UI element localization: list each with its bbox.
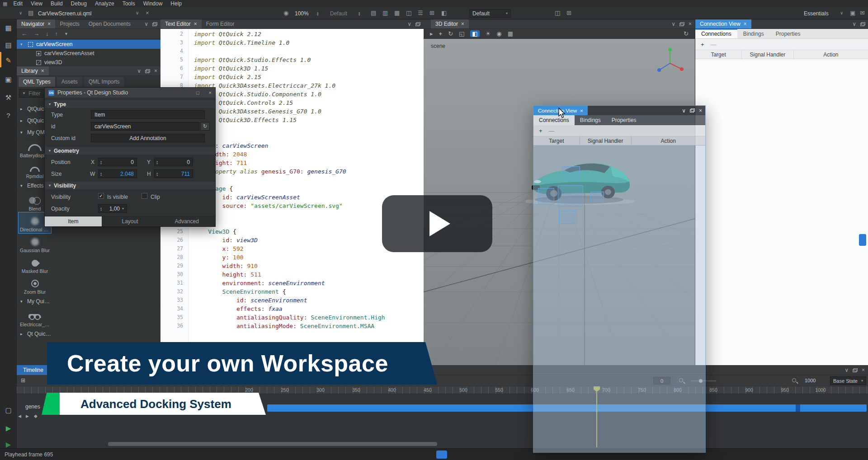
grid-toggle-icon[interactable]: ▦ [508, 30, 513, 37]
scale-tool-icon[interactable]: ◱ [459, 30, 464, 37]
edit-mode-icon[interactable]: ▤ [0, 41, 17, 49]
close-icon[interactable]: × [580, 108, 583, 113]
library-item-gaussian-blur[interactable]: Gaussian Blur [19, 233, 51, 254]
menu-debug[interactable]: Debug [67, 0, 91, 7]
connection-table-body[interactable] [695, 59, 868, 365]
tab-assets[interactable]: Assets [57, 77, 82, 87]
select-tool-icon[interactable]: ▸ [430, 30, 433, 37]
menu-view[interactable]: View [27, 0, 47, 7]
code-line-35[interactable]: 35 antialiasingQuality: SceneEnvironment… [160, 313, 424, 322]
code-line-36[interactable]: 36 antialiasingMode: SceneEnvironment.MS… [160, 322, 424, 330]
menu-build[interactable]: Build [47, 0, 67, 7]
library-item-masked-blur[interactable]: Masked Blur [19, 254, 51, 275]
collapsed-dock-indicator[interactable] [859, 234, 866, 246]
properties-titlebar[interactable]: DS Properties - Qt Design Studio □ × [45, 88, 215, 98]
undock-icon[interactable] [860, 22, 865, 26]
half-view-icon[interactable]: ◧ [441, 10, 447, 16]
close-icon[interactable]: × [154, 68, 157, 74]
code-line-6[interactable]: 6import QtQuick3D 1.15 [160, 64, 424, 73]
state-select[interactable]: Base State▾ [830, 376, 866, 385]
code-line-3[interactable]: 3import QtQuick.Timeline 1.0 [160, 38, 424, 47]
light-toggle-icon[interactable]: ☀ [486, 30, 491, 37]
section-visibility[interactable]: ▾Visibility [45, 182, 215, 189]
navigator-item-carViewScreen[interactable]: ▾carViewScreen [17, 40, 160, 49]
open-document-tab[interactable]: CarViewScreen.ui.qml [38, 10, 92, 17]
undock-icon[interactable] [145, 69, 150, 73]
tab-qml-types[interactable]: QML Types [19, 77, 55, 87]
axis-gizmo[interactable] [656, 47, 685, 76]
share-icon[interactable]: ▣ [850, 10, 855, 16]
chevron-down-icon[interactable]: ∨ [852, 21, 856, 27]
remove-connection-icon[interactable]: — [711, 41, 717, 48]
close-icon[interactable]: × [689, 21, 692, 27]
chevron-down-icon[interactable]: ∨ [144, 21, 148, 27]
menu-tools[interactable]: Tools [118, 0, 139, 7]
mode-chevron-icon[interactable]: ∨ [840, 10, 843, 16]
section-type[interactable]: ▾Type [45, 100, 215, 108]
help-icon[interactable]: ? [0, 112, 17, 119]
column-action[interactable]: Action [632, 136, 705, 145]
code-line-2[interactable]: 2import QtQuick 2.12 [160, 30, 424, 38]
dock-drop-indicator[interactable] [436, 451, 447, 459]
track-prev-keyframe-icon[interactable]: ◀ [18, 414, 21, 418]
add-connection-icon[interactable]: + [701, 41, 704, 48]
tab-connections[interactable]: Connections [533, 115, 575, 125]
track-next-keyframe-icon[interactable]: ▶ [26, 414, 29, 418]
move-tool-icon[interactable]: + [439, 30, 443, 37]
move-left-icon[interactable]: ← [21, 30, 27, 37]
chevron-down-icon[interactable]: ∨ [671, 21, 675, 27]
close-icon[interactable]: × [41, 68, 44, 74]
document-close-icon[interactable]: × [146, 10, 149, 16]
code-line-30[interactable]: 30 height: 511 [160, 270, 424, 279]
tab-form-editor[interactable]: Form Editor [202, 19, 239, 28]
annotate-icon[interactable]: ⊞ [566, 10, 571, 16]
width-spinbox[interactable]: ▴▾2.048 [98, 169, 137, 178]
add-keyframe-icon[interactable]: ⊞ [21, 377, 25, 384]
code-line-29[interactable]: 29 width: 910 [160, 262, 424, 270]
camera-toggle-icon[interactable]: ◉ [496, 30, 501, 37]
snap-toggle-icon[interactable]: ◧ [470, 30, 479, 37]
track-label[interactable]: genes [25, 404, 40, 410]
navigator-item-view3D[interactable]: view3D [17, 58, 160, 67]
add-view-icon[interactable]: ⊞ [429, 10, 434, 16]
tab-timeline[interactable]: Timeline [17, 365, 50, 375]
tab-item[interactable]: Item [45, 216, 102, 226]
timeline-end-value[interactable]: 1000 [805, 378, 816, 383]
remove-connection-icon[interactable]: — [549, 127, 555, 134]
layout-split-icon[interactable]: ◫ [406, 10, 411, 16]
id-field[interactable]: carViewScreen [91, 122, 199, 131]
tab-properties[interactable]: Properties [606, 115, 642, 125]
undock-icon[interactable] [853, 368, 858, 372]
section-geometry[interactable]: ▾Geometry [45, 147, 215, 155]
record-icon[interactable]: ◉ [283, 10, 288, 16]
move-down-icon[interactable]: ↓ [46, 30, 49, 37]
clip-checkbox[interactable] [142, 193, 147, 199]
undock-icon[interactable] [690, 108, 695, 113]
column-action[interactable]: Action [794, 50, 868, 59]
welcome-mode-icon[interactable]: ▦ [0, 24, 17, 32]
reset-view-icon[interactable]: ↻ [684, 30, 689, 37]
chevron-down-icon[interactable]: ∨ [407, 21, 411, 27]
opacity-spinbox[interactable]: ▴▾1,00 ▾ [98, 204, 127, 213]
column-signal-handler[interactable]: Signal Handler [742, 50, 794, 59]
code-line-28[interactable]: 28 y: 100 [160, 253, 424, 262]
column-target[interactable]: Target [695, 50, 742, 59]
add-connection-icon[interactable]: + [539, 127, 542, 134]
kit-select[interactable]: Default▾ [469, 9, 511, 18]
code-line-7[interactable]: 7import QtQuick 2.15 [160, 73, 424, 81]
run-debug-icon[interactable]: ▶ [0, 441, 17, 449]
layout-rows-icon[interactable]: ▥ [382, 10, 388, 16]
code-line-32[interactable]: 32 SceneEnvironment { [160, 287, 424, 296]
device-preview-icon[interactable]: ▢ [0, 406, 17, 414]
tab-projects[interactable]: Projects [55, 19, 84, 28]
3d-mode-icon[interactable]: ▣ [0, 75, 17, 84]
floating-connection-view-window[interactable]: Connection View× ∨ × Connections Binding… [533, 105, 706, 453]
library-item-electriccar_27k[interactable]: Electriccar_27k [19, 307, 51, 328]
horizontal-scrollbar[interactable] [108, 442, 437, 446]
code-line-4[interactable]: 4 [160, 47, 424, 56]
mode-select[interactable]: Essentials [804, 10, 829, 17]
rotate-tool-icon[interactable]: ↻ [448, 30, 453, 37]
track-bar-handle[interactable] [796, 404, 800, 412]
tab-bindings[interactable]: Bindings [737, 29, 770, 38]
close-icon[interactable]: × [47, 21, 51, 27]
